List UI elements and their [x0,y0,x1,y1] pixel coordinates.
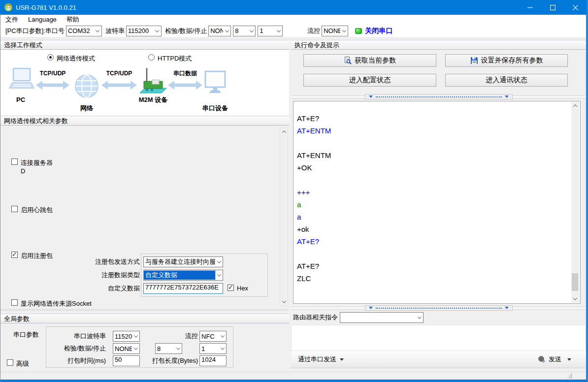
hex-checkbox[interactable]: Hex [228,285,248,292]
resize-grip-icon[interactable] [567,374,572,379]
network-globe-icon [75,75,98,97]
serial-device-monitor-icon [205,71,225,93]
chevron-down-icon [132,347,139,350]
router-splitter[interactable] [291,305,586,311]
close-serial-button[interactable]: 关闭串口 [365,27,392,35]
connect-server-checkbox[interactable]: 连接服务器 D [11,159,53,175]
collapse-down-icon[interactable] [505,307,509,309]
log-scrollbar[interactable] [571,102,580,303]
save-params-button[interactable]: 设置并保存所有参数 [445,54,568,67]
reg-send-mode-select[interactable]: 与服务器建立连接时向服务 [143,256,223,267]
flow-select[interactable]: NONE [322,26,348,36]
custom-data-label: 自定义数据 [74,283,140,294]
send-via-serial-button[interactable]: 通过串口发送 [298,355,344,364]
pack-time-input[interactable]: 50 [113,355,140,366]
parity-label: 检验/数据/停止 [165,27,207,35]
pack-len-input[interactable]: 1024 [199,355,227,366]
work-mode-header: 选择工作模式 [0,40,289,50]
menu-help[interactable]: 帮助 [62,15,84,24]
send-button[interactable]: 发送 [538,355,571,364]
dropdown-triangle-icon [340,358,344,361]
custom-data-input[interactable]: 7777772E7573722E636E [143,283,223,294]
radio-httpd-mode[interactable]: HTTPD模式 [148,54,192,63]
g-parity-select[interactable]: NONE [113,343,140,354]
heartbeat-checkbox[interactable]: 启用心跳包 [11,206,53,215]
collapse-up-icon[interactable] [369,307,373,309]
command-panel-header: 执行命令及提示 [291,40,586,50]
maximize-button[interactable] [541,0,564,15]
scroll-up-icon[interactable] [571,102,579,110]
com-port-select[interactable]: COM32 [66,26,102,36]
scroll-up-icon[interactable] [280,128,288,136]
topology-diagram: PC TCP/UDP 网络 TCP/UDP [6,67,228,115]
left-panel: 选择工作模式 网络透传模式 HTTPD模式 PC [0,38,289,372]
at-log[interactable]: AT+E?AT+ENTM AT+ENTM+OK +++aa+okAT+E? AT… [293,101,581,304]
g-databits-select[interactable]: 8 [155,343,182,354]
radio-transparent-mode[interactable]: 网络透传模式 [47,54,95,63]
g-baud-select[interactable]: 115200 [113,331,140,342]
scroll-down-icon[interactable] [571,295,579,303]
minimize-button[interactable] [519,0,541,15]
radio-icon [47,54,54,61]
collapse-up-icon[interactable] [369,96,373,98]
close-button[interactable] [564,0,587,15]
show-socket-checkbox[interactable]: 显示网络透传来源Socket [11,299,92,308]
parity-select[interactable]: NONI [208,26,231,36]
pack-len-label: 打包长度(Bytes) [145,355,198,366]
enter-config-button[interactable]: 进入配置状态 [303,74,436,87]
serial-open-led-icon [355,28,362,34]
baud-select[interactable]: 115200 [126,26,162,36]
menu-file[interactable]: 文件 [0,15,23,24]
chevron-down-icon [154,30,161,32]
heartbeat-label: 启用心跳包 [21,206,53,215]
serial-toolbar: [PC串口参数]:串口号 COM32 波特率 115200 检验/数据/停止 N… [0,24,586,38]
advanced-checkbox[interactable]: 高级 [7,359,29,368]
collapse-down-icon[interactable] [505,96,509,98]
g-flow-label: 流控 [145,331,198,342]
diagram-network-label: 网络 [80,104,94,112]
title-bar: USR-G781 V1.0.0.21 [0,0,587,15]
window-title: USR-G781 V1.0.0.21 [16,4,76,11]
enter-comm-button[interactable]: 进入通讯状态 [445,74,568,87]
send-input-area[interactable] [291,325,586,351]
chevron-down-icon [219,347,226,350]
checkbox-icon [7,359,13,366]
g-stopbits-select[interactable]: 1 [199,343,227,354]
log-line: AT+ENTM [297,149,579,161]
reg-data-type-select[interactable]: 自定义数据 [143,270,223,281]
chevron-down-icon [416,316,423,319]
app-icon [4,3,13,12]
pc-serial-label: [PC串口参数]:串口号 [5,27,65,35]
chevron-down-icon [132,335,139,338]
connect-server-label: 连接服务器 D [21,159,53,175]
serial-params-groupbox: 串口波特率 115200 流控 NFC 检验/数据/停止 NONE 8 [46,326,233,368]
net-params-scrollbar[interactable] [280,127,288,306]
log-line: AT+E? [297,235,579,248]
send-bar: 通过串口发送 发送 [291,351,586,368]
m2m-device-icon [140,68,166,93]
router-cmd-label: 路由器相关指令 [293,313,338,322]
log-splitter[interactable] [291,94,586,100]
router-cmd-select[interactable] [340,312,424,323]
hex-label: Hex [237,285,248,292]
log-line: a [297,211,579,223]
advanced-label: 高级 [16,359,29,368]
radio-httpd-label: HTTPD模式 [158,54,192,63]
menu-language[interactable]: Language [23,15,62,24]
arrow-icon [36,81,69,90]
log-line [297,248,579,260]
g-flow-select[interactable]: NFC [199,331,227,342]
splitter-handle[interactable] [365,94,513,99]
save-floppy-icon [470,57,478,64]
splitter-handle[interactable] [365,305,513,311]
scroll-down-icon[interactable] [280,298,288,306]
log-line: ZLC [297,272,579,285]
log-line: AT+E? [297,112,579,125]
regpack-groupbox: 与服务器建立连接时向服务 自定义数据 7777772E7573722E636E … [141,254,268,297]
regpack-checkbox[interactable]: 启用注册包 [11,252,53,260]
get-params-button[interactable]: 获取当前参数 [303,54,436,67]
chevron-down-icon [174,347,182,350]
scroll-thumb[interactable] [572,273,578,291]
stopbits-select[interactable]: 1 [258,26,283,36]
databits-select[interactable]: 8 [233,26,256,36]
